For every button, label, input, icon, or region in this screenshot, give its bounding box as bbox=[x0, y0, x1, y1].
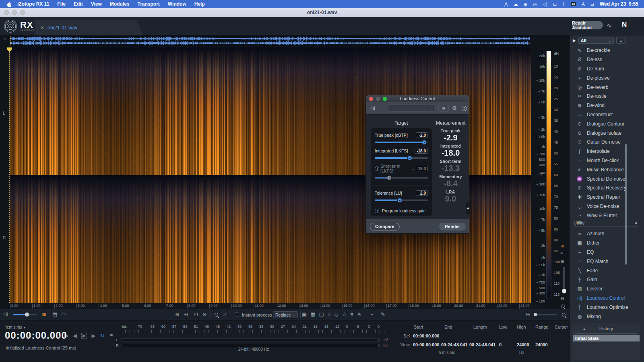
chevron-down-icon[interactable]: ⌄ bbox=[411, 167, 414, 171]
harmonics-tool-icon[interactable]: ≡ bbox=[350, 311, 353, 317]
find-similar-icon[interactable] bbox=[215, 313, 218, 317]
skip-back-icon[interactable]: ◀ bbox=[73, 333, 77, 339]
vertical-zoom-thumb[interactable] bbox=[562, 289, 566, 293]
h-zoom-out-icon[interactable]: ⊖ bbox=[526, 311, 530, 317]
vertical-zoom-slider[interactable] bbox=[563, 267, 565, 294]
module-item[interactable]: ╲ Fade bbox=[570, 266, 644, 275]
zoom-selection-icon[interactable]: ⊡ bbox=[194, 311, 198, 317]
short-term-value-field[interactable]: -18.0 bbox=[415, 166, 428, 171]
output-volume-slider[interactable] bbox=[13, 314, 37, 315]
module-item[interactable]: ⌣ Mouth De-click bbox=[570, 156, 644, 165]
slider-thumb[interactable] bbox=[407, 156, 412, 160]
spectrogram-wave-icon[interactable]: ≋ bbox=[560, 243, 564, 249]
integrated-value-field[interactable]: -18.0 bbox=[415, 148, 428, 154]
integrated-slider[interactable] bbox=[375, 156, 428, 160]
horizontal-zoom-slider[interactable] bbox=[534, 314, 557, 315]
range-freq-value[interactable]: 24000 bbox=[535, 342, 548, 347]
render-button[interactable]: Render bbox=[439, 223, 466, 230]
module-item[interactable]: ≋ De-wind bbox=[570, 101, 644, 110]
preview-play-icon[interactable]: ▶ bbox=[573, 38, 576, 43]
history-header[interactable]: ▲ History bbox=[575, 325, 637, 334]
menu-item[interactable]: Modules bbox=[110, 1, 130, 7]
module-item[interactable]: ▥ Leveler bbox=[570, 284, 644, 294]
module-item[interactable]: ⊙ Dialogue Contour bbox=[570, 119, 644, 128]
module-item[interactable]: ☉ Guitar De-noise bbox=[570, 138, 644, 147]
file-tab[interactable]: ✕ oni21-01.wav bbox=[35, 20, 143, 35]
module-item[interactable]: ≈ Azimuth bbox=[570, 229, 644, 239]
volume-slider-thumb[interactable] bbox=[25, 313, 29, 317]
process-mode-dropdown[interactable]: Replace ⌄ bbox=[273, 311, 298, 318]
module-item[interactable]: ✚ Spectral Repair bbox=[570, 193, 644, 202]
menu-item[interactable]: File bbox=[57, 1, 66, 7]
module-item[interactable]: Ƨ De-ess bbox=[570, 55, 644, 64]
polygon-tool-icon[interactable]: ☆ bbox=[342, 311, 347, 317]
module-item[interactable]: ┼ Gain bbox=[570, 275, 644, 284]
time-selection-tool-icon[interactable]: ▣ bbox=[302, 311, 307, 317]
tab-close-icon[interactable]: ✕ bbox=[40, 25, 44, 31]
module-item[interactable]: ╪ Loudness Optimize bbox=[570, 302, 644, 312]
sidebar-scrollbar[interactable] bbox=[625, 144, 627, 265]
instant-process-checkbox[interactable] bbox=[235, 313, 239, 317]
h-zoom-thumb[interactable] bbox=[534, 313, 537, 316]
playhead-line[interactable] bbox=[9, 47, 10, 303]
layout-icon[interactable]: ▤ bbox=[52, 311, 57, 317]
lasso-tool-icon[interactable]: ○ bbox=[328, 311, 331, 317]
module-item[interactable]: ◔ Wow & Flutter bbox=[570, 211, 644, 220]
menubar-clock[interactable]: Wed Apr 23 9:55 bbox=[600, 1, 638, 7]
module-item[interactable]: ♒ Spectral De-noise bbox=[570, 174, 644, 183]
wave-overlay-icon[interactable]: ≋ bbox=[42, 311, 46, 317]
menu-item[interactable]: Transport bbox=[138, 1, 160, 7]
module-item[interactable]: ∿ De-crackle bbox=[570, 46, 644, 55]
slider-thumb[interactable] bbox=[397, 198, 402, 203]
module-item[interactable]: ∼ EQ bbox=[570, 248, 644, 257]
wand-options-chevron-icon[interactable]: ▾ bbox=[371, 313, 373, 317]
module-item[interactable]: ⊕ Spectral Recovery bbox=[570, 183, 644, 193]
monitor-icon[interactable]: ∩ bbox=[56, 333, 60, 339]
view-end-value[interactable]: 00:24:48.041 bbox=[441, 342, 467, 347]
module-item[interactable]: ≃ EQ Match bbox=[570, 257, 644, 266]
magic-wand-tool-icon[interactable]: ✳ bbox=[357, 311, 361, 317]
waveform-overview[interactable] bbox=[10, 36, 530, 46]
timeline-ruler[interactable]: 0:001:002:003:004:005:006:007:008:009:00… bbox=[10, 303, 541, 309]
dialog-collapse-arrow[interactable]: ◀ bbox=[466, 202, 470, 214]
zoom-in-icon[interactable]: ⊕ bbox=[175, 311, 180, 317]
dialog-close-button[interactable] bbox=[369, 97, 373, 101]
high-freq-value[interactable]: 24000 bbox=[517, 342, 529, 347]
low-freq-value[interactable]: 0 bbox=[499, 342, 502, 347]
loop-icon[interactable]: ↻ bbox=[100, 333, 104, 339]
compare-button[interactable]: Compare bbox=[370, 223, 400, 230]
view-start-value[interactable]: 00:00:00.000 bbox=[413, 342, 439, 347]
zoom-fit-icon[interactable]: ⊛ bbox=[202, 311, 207, 317]
short-term-slider[interactable] bbox=[375, 175, 428, 180]
time-format-selector[interactable]: h:m:s.ms ▼ bbox=[6, 325, 26, 329]
short-term-toggle-icon[interactable] bbox=[375, 167, 379, 171]
module-filter-dropdown[interactable]: All ⌄ bbox=[578, 37, 614, 44]
menu-item[interactable]: Edit bbox=[74, 1, 83, 7]
play-selection-icon[interactable]: ▶ bbox=[91, 333, 95, 339]
output-volume-icon[interactable]: ◁) bbox=[3, 311, 8, 317]
zoom-out-icon[interactable]: ⊖ bbox=[184, 311, 188, 317]
pencil-tool-icon[interactable]: ✎ bbox=[381, 311, 385, 317]
selection-start-value[interactable]: 00:00:00.000 bbox=[413, 333, 439, 338]
module-item[interactable]: ◁) Loudness Control bbox=[570, 294, 644, 303]
module-item[interactable]: ◎ De-reverb bbox=[570, 82, 644, 92]
vertical-zoom-in-icon[interactable]: ⊕ bbox=[560, 259, 564, 264]
vertical-zoom-out-icon[interactable]: ⊖ bbox=[560, 296, 564, 301]
help-icon[interactable]: ? bbox=[462, 106, 467, 111]
true-peak-slider[interactable] bbox=[375, 140, 428, 145]
apple-icon[interactable] bbox=[6, 1, 12, 7]
magnifier-icon[interactable] bbox=[561, 304, 565, 308]
module-list-menu-button[interactable]: ≡ bbox=[616, 37, 626, 44]
zoom-magnifier-icon[interactable] bbox=[562, 313, 566, 317]
overview-collapse-icon[interactable]: ⌄ ⌃ bbox=[2, 36, 8, 42]
marker-flag-icon[interactable]: ⚑ bbox=[109, 333, 114, 339]
annotations-icon[interactable]: ◠ bbox=[61, 311, 66, 317]
module-item[interactable]: ∫ Interpolate bbox=[570, 147, 644, 156]
freq-selection-tool-icon[interactable]: ▢ bbox=[319, 311, 324, 317]
gear-icon[interactable]: ⚙ bbox=[452, 105, 457, 111]
monitor-icon[interactable]: ◁) bbox=[370, 105, 375, 111]
menu-item[interactable]: Help bbox=[194, 1, 205, 7]
tolerance-slider[interactable] bbox=[375, 198, 428, 203]
menu-item[interactable]: View bbox=[91, 1, 102, 7]
dialog-zoom-button[interactable] bbox=[383, 97, 387, 101]
